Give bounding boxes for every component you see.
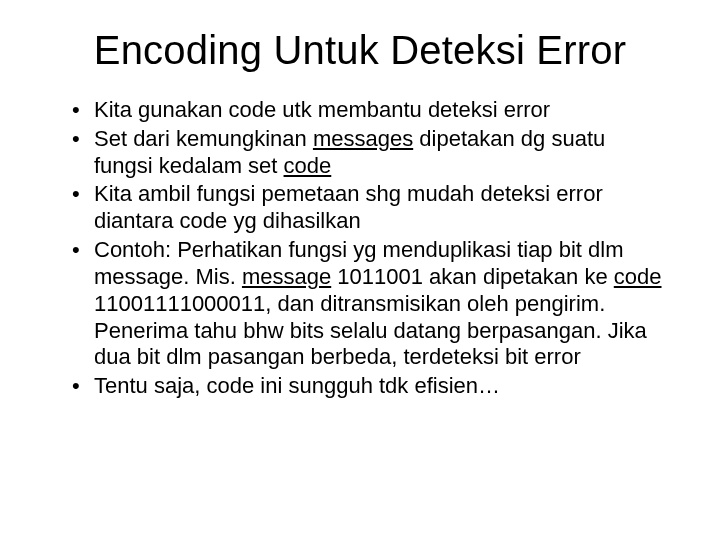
underlined-text: message bbox=[242, 264, 331, 289]
list-item: Tentu saja, code ini sungguh tdk efisien… bbox=[72, 373, 666, 400]
list-item: Kita gunakan code utk membantu deteksi e… bbox=[72, 97, 666, 124]
underlined-text: messages bbox=[313, 126, 413, 151]
text-segment: Kita gunakan code utk membantu deteksi e… bbox=[94, 97, 550, 122]
slide: Encoding Untuk Deteksi Error Kita gunaka… bbox=[0, 0, 720, 540]
text-segment: Tentu saja, code ini sungguh tdk efisien… bbox=[94, 373, 500, 398]
slide-title: Encoding Untuk Deteksi Error bbox=[54, 28, 666, 73]
text-segment: Set dari kemungkinan bbox=[94, 126, 313, 151]
text-segment: 1011001 akan dipetakan ke bbox=[331, 264, 614, 289]
underlined-text: code bbox=[614, 264, 662, 289]
list-item: Set dari kemungkinan messages dipetakan … bbox=[72, 126, 666, 180]
text-segment: 11001111000011, dan ditransmisikan oleh … bbox=[94, 291, 647, 370]
list-item: Contoh: Perhatikan fungsi yg menduplikas… bbox=[72, 237, 666, 371]
list-item: Kita ambil fungsi pemetaan shg mudah det… bbox=[72, 181, 666, 235]
bullet-list: Kita gunakan code utk membantu deteksi e… bbox=[54, 97, 666, 400]
text-segment: Kita ambil fungsi pemetaan shg mudah det… bbox=[94, 181, 603, 233]
underlined-text: code bbox=[284, 153, 332, 178]
